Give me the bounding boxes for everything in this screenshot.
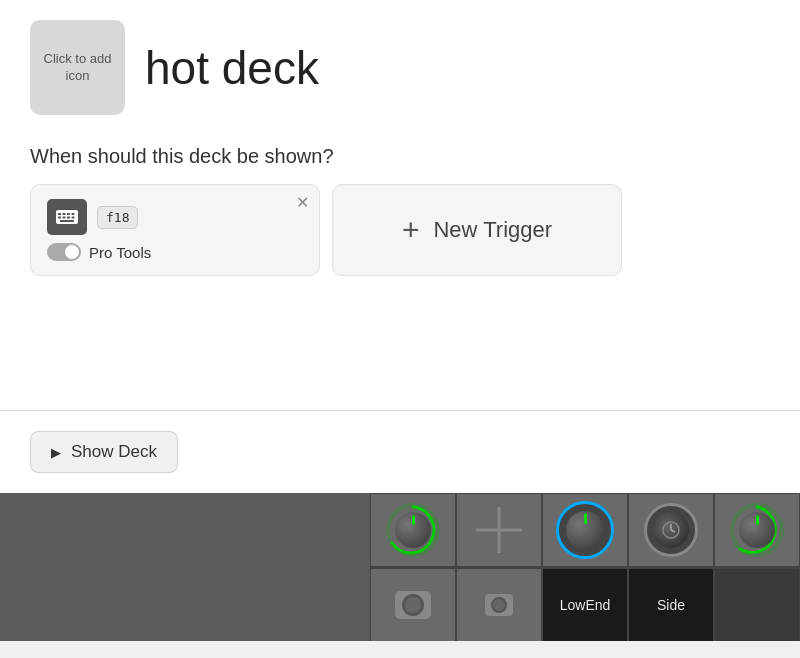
deck-buttons: LowEnd Side [370,493,800,641]
deck-cell-lowend[interactable]: LowEnd [542,568,628,641]
plus-icon: + [402,215,420,245]
main-content: Click to add icon hot deck When should t… [0,0,800,410]
camera-icon-1 [395,591,431,619]
svg-rect-5 [58,217,61,219]
clock-svg [661,520,681,540]
new-trigger-card[interactable]: + New Trigger [332,184,622,276]
deck-cell-camera2[interactable] [456,568,542,641]
deck-cell-blank[interactable] [714,568,800,641]
svg-line-13 [671,530,675,532]
new-trigger-label: New Trigger [433,217,552,243]
trigger-key-badge: f18 [97,206,138,229]
show-deck-button[interactable]: ▶ Show Deck [30,431,178,473]
svg-rect-2 [63,213,66,215]
bottom-area: ▶ Show Deck [0,411,800,493]
deck-cell-knob4[interactable] [714,493,800,567]
deck-cell-camera1[interactable] [370,568,456,641]
knob-inner-1 [395,512,431,548]
deck-cell-side[interactable]: Side [628,568,714,641]
triggers-row: ✕ f18 [30,184,770,276]
blue-ring-knob [556,501,614,559]
crosshair-icon [476,507,522,553]
svg-rect-8 [72,217,75,219]
timer-knob [644,503,698,557]
deck-cell-knob1[interactable] [370,493,456,567]
icon-placeholder[interactable]: Click to add icon [30,20,125,115]
lowend-label: LowEnd [560,597,611,613]
deck-cell-crosshair[interactable] [456,493,542,567]
svg-rect-1 [58,213,61,215]
deck-cell-knob3[interactable] [628,493,714,567]
existing-trigger-card[interactable]: ✕ f18 [30,184,320,276]
keyboard-icon [47,199,87,235]
side-label: Side [657,597,685,613]
svg-rect-3 [67,213,70,215]
green-knob-4 [730,503,784,557]
deck-cell-knob2[interactable] [542,493,628,567]
trigger-toggle-row: Pro Tools [47,243,303,261]
svg-rect-7 [67,217,70,219]
triggers-section-label: When should this deck be shown? [30,145,770,168]
trigger-toggle[interactable] [47,243,81,261]
camera-icon-2 [485,594,513,616]
knob-inner-4 [739,512,775,548]
play-icon: ▶ [51,445,61,460]
svg-rect-6 [63,217,66,219]
deck-title: hot deck [145,41,319,95]
keyboard-svg [55,205,79,229]
deck-strip: LowEnd Side [0,493,800,641]
trigger-top-row: f18 [47,199,303,235]
trigger-app-name: Pro Tools [89,244,151,261]
green-knob-1 [386,503,440,557]
knob-blue-inner [566,511,604,549]
header-row: Click to add icon hot deck [30,20,770,115]
svg-rect-9 [60,220,74,222]
close-trigger-button[interactable]: ✕ [296,195,309,211]
deck-row-top [370,493,800,568]
show-deck-label: Show Deck [71,442,157,462]
svg-rect-4 [72,213,75,215]
timer-knob-inner [653,512,689,548]
deck-row-bottom: LowEnd Side [370,568,800,641]
